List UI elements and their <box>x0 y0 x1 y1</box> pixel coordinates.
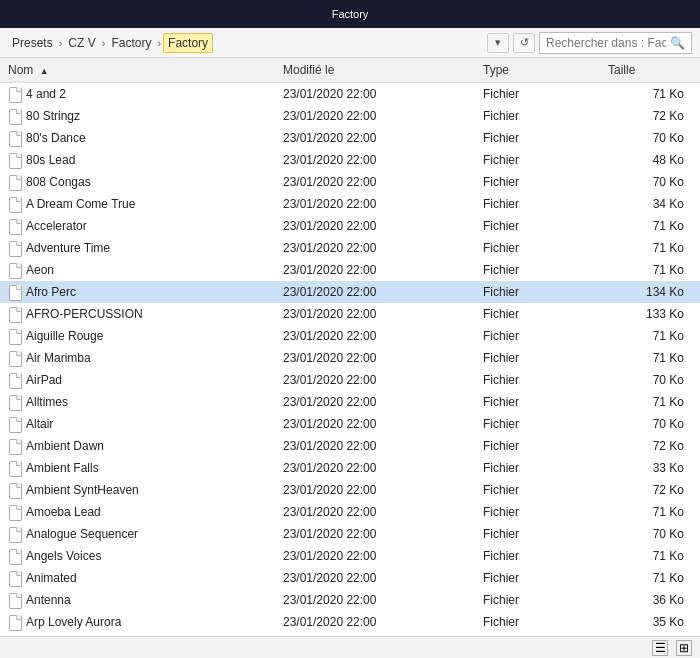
table-row[interactable]: AFRO-PERCUSSION23/01/2020 22:00Fichier13… <box>0 303 700 325</box>
file-type: Fichier <box>475 413 600 435</box>
table-row[interactable]: Air Marimba23/01/2020 22:00Fichier71 Ko <box>0 347 700 369</box>
table-row[interactable]: Alltimes23/01/2020 22:00Fichier71 Ko <box>0 391 700 413</box>
refresh-button[interactable]: ↺ <box>513 33 535 53</box>
table-row[interactable]: Antenna23/01/2020 22:00Fichier36 Ko <box>0 589 700 611</box>
dropdown-button[interactable]: ▾ <box>487 33 509 53</box>
col-header-date[interactable]: Modifié le <box>275 58 475 83</box>
table-row[interactable]: Aiguille Rouge23/01/2020 22:00Fichier71 … <box>0 325 700 347</box>
file-icon <box>8 262 22 278</box>
file-date: 23/01/2020 22:00 <box>275 567 475 589</box>
file-name: Analogue Sequencer <box>26 527 138 541</box>
file-size: 70 Ko <box>600 127 700 149</box>
file-type: Fichier <box>475 237 600 259</box>
file-size: 34 Ko <box>600 193 700 215</box>
file-size: 35 Ko <box>600 611 700 633</box>
col-header-size[interactable]: Taille <box>600 58 700 83</box>
file-table: Nom ▲ Modifié le Type Taille 4 and 223/0… <box>0 58 700 636</box>
breadcrumb-actions: ▾ ↺ 🔍 <box>487 32 692 54</box>
file-icon <box>8 218 22 234</box>
file-name-cell: 80 Stringz <box>0 105 275 127</box>
table-row[interactable]: Amoeba Lead23/01/2020 22:00Fichier71 Ko <box>0 501 700 523</box>
file-date: 23/01/2020 22:00 <box>275 369 475 391</box>
table-row[interactable]: 80 Stringz23/01/2020 22:00Fichier72 Ko <box>0 105 700 127</box>
table-row[interactable]: Ambient Falls23/01/2020 22:00Fichier33 K… <box>0 457 700 479</box>
file-name: Adventure Time <box>26 241 110 255</box>
file-type: Fichier <box>475 567 600 589</box>
table-container[interactable]: Nom ▲ Modifié le Type Taille 4 and 223/0… <box>0 58 700 636</box>
file-icon <box>8 614 22 630</box>
table-row[interactable]: Ambient Dawn23/01/2020 22:00Fichier72 Ko <box>0 435 700 457</box>
file-size: 70 Ko <box>600 523 700 545</box>
file-size: 33 Ko <box>600 457 700 479</box>
file-name-cell: Altair <box>0 413 275 435</box>
file-icon <box>8 592 22 608</box>
file-name: Accelerator <box>26 219 87 233</box>
file-date: 23/01/2020 22:00 <box>275 589 475 611</box>
col-header-name[interactable]: Nom ▲ <box>0 58 275 83</box>
file-name: Animated <box>26 571 77 585</box>
file-icon <box>8 306 22 322</box>
file-name: Aiguille Rouge <box>26 329 103 343</box>
file-date: 23/01/2020 22:00 <box>275 413 475 435</box>
table-row[interactable]: Altair23/01/2020 22:00Fichier70 Ko <box>0 413 700 435</box>
file-date: 23/01/2020 22:00 <box>275 479 475 501</box>
file-icon <box>8 570 22 586</box>
table-row[interactable]: Analogue Sequencer23/01/2020 22:00Fichie… <box>0 523 700 545</box>
table-row[interactable]: Arp Lovely Aurora23/01/2020 22:00Fichier… <box>0 611 700 633</box>
file-date: 23/01/2020 22:00 <box>275 611 475 633</box>
sort-arrow-name: ▲ <box>40 66 49 76</box>
file-name-cell: Aiguille Rouge <box>0 325 275 347</box>
file-icon <box>8 372 22 388</box>
file-date: 23/01/2020 22:00 <box>275 215 475 237</box>
file-size: 72 Ko <box>600 479 700 501</box>
table-row[interactable]: Animated23/01/2020 22:00Fichier71 Ko <box>0 567 700 589</box>
breadcrumb-item-0[interactable]: Presets <box>8 34 57 52</box>
file-size: 71 Ko <box>600 391 700 413</box>
table-row[interactable]: 80s Lead23/01/2020 22:00Fichier48 Ko <box>0 149 700 171</box>
titlebar: Factory <box>0 0 700 28</box>
file-name: Aeon <box>26 263 54 277</box>
view-grid-button[interactable]: ⊞ <box>676 640 692 656</box>
file-date: 23/01/2020 22:00 <box>275 545 475 567</box>
table-row[interactable]: Angels Voices23/01/2020 22:00Fichier71 K… <box>0 545 700 567</box>
file-name: Amoeba Lead <box>26 505 101 519</box>
file-icon <box>8 174 22 190</box>
table-row[interactable]: Ambient SyntHeaven23/01/2020 22:00Fichie… <box>0 479 700 501</box>
table-row[interactable]: 808 Congas23/01/2020 22:00Fichier70 Ko <box>0 171 700 193</box>
file-name: Arp Lovely Aurora <box>26 615 121 629</box>
file-size: 133 Ko <box>600 303 700 325</box>
breadcrumb-item-3[interactable]: Factory <box>163 33 213 53</box>
file-name-cell: AirPad <box>0 369 275 391</box>
table-row[interactable]: Afro Perc23/01/2020 22:00Fichier134 Ko <box>0 281 700 303</box>
file-icon <box>8 504 22 520</box>
breadcrumb-item-2[interactable]: Factory <box>107 34 155 52</box>
file-icon <box>8 526 22 542</box>
table-row[interactable]: 4 and 223/01/2020 22:00Fichier71 Ko <box>0 83 700 106</box>
file-type: Fichier <box>475 83 600 106</box>
file-type: Fichier <box>475 105 600 127</box>
statusbar: ☰ ⊞ <box>0 636 700 658</box>
file-icon <box>8 460 22 476</box>
table-row[interactable]: A Dream Come True23/01/2020 22:00Fichier… <box>0 193 700 215</box>
search-input[interactable] <box>546 36 666 50</box>
file-name: Altair <box>26 417 53 431</box>
file-size: 71 Ko <box>600 215 700 237</box>
table-row[interactable]: AirPad23/01/2020 22:00Fichier70 Ko <box>0 369 700 391</box>
view-list-button[interactable]: ☰ <box>652 640 668 656</box>
table-row[interactable]: Aeon23/01/2020 22:00Fichier71 Ko <box>0 259 700 281</box>
file-name: Air Marimba <box>26 351 91 365</box>
file-type: Fichier <box>475 457 600 479</box>
file-type: Fichier <box>475 369 600 391</box>
file-name-cell: Afro Perc <box>0 281 275 303</box>
file-icon <box>8 86 22 102</box>
table-row[interactable]: Adventure Time23/01/2020 22:00Fichier71 … <box>0 237 700 259</box>
file-icon <box>8 108 22 124</box>
file-icon <box>8 152 22 168</box>
table-row[interactable]: Accelerator23/01/2020 22:00Fichier71 Ko <box>0 215 700 237</box>
col-header-type[interactable]: Type <box>475 58 600 83</box>
file-size: 71 Ko <box>600 501 700 523</box>
breadcrumb-item-1[interactable]: CZ V <box>64 34 99 52</box>
file-name: Afro Perc <box>26 285 76 299</box>
table-row[interactable]: 80's Dance23/01/2020 22:00Fichier70 Ko <box>0 127 700 149</box>
search-icon: 🔍 <box>670 36 685 50</box>
